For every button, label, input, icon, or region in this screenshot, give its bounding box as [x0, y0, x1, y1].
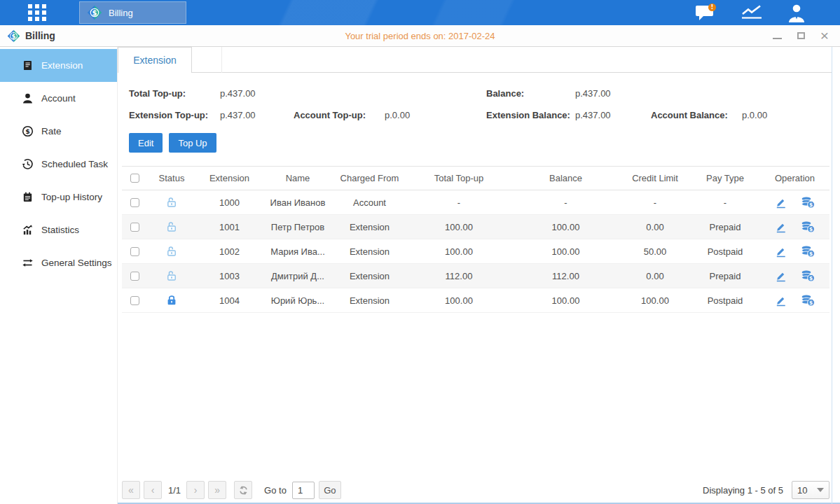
unlocked-icon [165, 196, 178, 209]
tab-label: Extension [133, 55, 176, 66]
cell-total-topup: 100.00 [406, 246, 511, 257]
top-up-button[interactable]: Top Up [169, 133, 216, 153]
cell-total-topup: - [406, 197, 511, 208]
total-topup-value: p.437.00 [220, 88, 294, 99]
cell-balance: - [511, 197, 620, 208]
trial-notice: Your trial period ends on: 2017-02-24 [0, 31, 840, 41]
system-topbar: Billing ! [0, 0, 840, 25]
sidebar-item-topup-history[interactable]: Top-up History [0, 181, 117, 214]
row-checkbox[interactable] [130, 198, 139, 207]
cell-pay-type: Prepaid [690, 222, 760, 232]
col-total-topup: Total Top-up [406, 173, 511, 183]
taskbar-app-label: Billing [109, 8, 133, 18]
sidebar-item-extension[interactable]: Extension [0, 49, 117, 82]
reports-chart-icon[interactable] [741, 4, 763, 22]
account-icon [22, 92, 34, 104]
prev-page-button[interactable]: ‹ [144, 481, 162, 499]
sidebar-item-label: Statistics [41, 225, 79, 235]
cell-charged-from: Extension [333, 295, 406, 306]
pagination-bar: « ‹ 1/1 › » Go to Go Di [122, 480, 829, 500]
extension-icon [22, 59, 34, 71]
sidebar-item-statistics[interactable]: Statistics [0, 214, 117, 246]
scheduled-task-icon [22, 158, 34, 170]
cell-name: Мария Ива... [263, 246, 333, 257]
topup-extension-button[interactable] [801, 294, 815, 307]
edit-extension-button[interactable] [775, 270, 787, 282]
sidebar-item-scheduled-task[interactable]: Scheduled Task [0, 148, 117, 181]
user-account-icon[interactable] [787, 4, 806, 22]
edit-extension-button[interactable] [775, 196, 787, 209]
col-operation: Operation [760, 173, 829, 183]
billing-diamond-icon [87, 5, 102, 20]
cell-name: Юрий Юрь... [263, 295, 333, 306]
sidebar-item-general-settings[interactable]: General Settings [0, 246, 117, 279]
topup-extension-button[interactable] [801, 245, 815, 258]
extensions-table: Status Extension Name Charged From Total… [122, 166, 829, 313]
extension-balance-value: p.437.00 [575, 110, 651, 120]
chevron-down-icon [817, 488, 824, 492]
cell-extension: 1001 [196, 222, 263, 232]
edit-extension-button[interactable] [775, 245, 787, 258]
close-icon[interactable]: × [819, 30, 830, 41]
select-all-checkbox[interactable] [130, 174, 139, 183]
sidebar-item-label: Rate [41, 126, 62, 136]
row-checkbox[interactable] [130, 272, 139, 281]
col-pay-type: Pay Type [690, 173, 760, 183]
next-page-button[interactable]: › [186, 481, 205, 499]
total-topup-label: Total Top-up: [129, 88, 220, 99]
last-page-button[interactable]: » [208, 481, 226, 499]
col-charged-from: Charged From [333, 173, 406, 183]
row-checkbox[interactable] [130, 223, 139, 232]
sidebar-item-rate[interactable]: $ Rate [0, 115, 117, 148]
page-size-select[interactable]: 10 [792, 481, 829, 499]
col-extension: Extension [196, 173, 263, 183]
statistics-icon [22, 224, 34, 236]
minimize-icon[interactable] [771, 30, 783, 41]
taskbar-billing-app[interactable]: Billing [79, 1, 186, 24]
extension-topup-value: p.437.00 [220, 110, 294, 120]
unlocked-icon [165, 245, 178, 258]
page-indicator: 1/1 [168, 485, 181, 496]
edit-extension-button[interactable] [775, 220, 787, 233]
page-size-value: 10 [797, 485, 807, 496]
edit-button[interactable]: Edit [129, 133, 163, 153]
unlocked-icon [165, 270, 178, 282]
account-balance-value: p.0.00 [742, 110, 829, 120]
sidebar-item-label: Extension [41, 60, 83, 71]
notification-badge: ! [711, 4, 714, 10]
cell-name: Иван Иванов [263, 197, 333, 208]
row-checkbox[interactable] [130, 296, 139, 305]
goto-page-input[interactable] [292, 482, 315, 499]
row-checkbox[interactable] [130, 247, 139, 256]
cell-name: Дмитрий Д... [263, 271, 333, 281]
first-page-button[interactable]: « [122, 481, 140, 499]
extension-balance-label: Extension Balance: [486, 110, 575, 120]
topup-history-icon [22, 191, 34, 203]
topup-extension-button[interactable] [801, 196, 815, 209]
window-titlebar: Your trial period ends on: 2017-02-24 Bi… [0, 25, 840, 47]
go-button[interactable]: Go [319, 481, 341, 499]
messages-icon[interactable]: ! [695, 4, 717, 22]
table-header-row: Status Extension Name Charged From Total… [122, 166, 829, 190]
unlocked-icon [165, 220, 178, 233]
tab-extension[interactable]: Extension [118, 47, 192, 73]
table-row: 1002 Мария Ива... Extension 100.00 100.0… [122, 239, 829, 264]
cell-total-topup: 100.00 [406, 295, 511, 306]
tab-strip-spacer [192, 47, 222, 73]
refresh-button[interactable] [234, 481, 252, 499]
sidebar-item-label: Top-up History [41, 192, 102, 202]
topup-extension-button[interactable] [801, 220, 815, 233]
cell-charged-from: Extension [333, 246, 406, 257]
account-topup-label: Account Top-up: [294, 110, 385, 120]
sidebar-item-account[interactable]: Account [0, 82, 117, 115]
cell-extension: 1000 [196, 197, 263, 208]
summary-panel: Total Top-up: p.437.00 Balance: p.437.00… [129, 83, 829, 126]
app-grid-icon[interactable] [23, 2, 51, 23]
cell-pay-type: Postpaid [690, 295, 760, 306]
maximize-icon[interactable] [795, 30, 806, 41]
topup-extension-button[interactable] [801, 270, 815, 282]
table-row: 1001 Петр Петров Extension 100.00 100.00… [122, 215, 829, 239]
edit-extension-button[interactable] [775, 294, 787, 307]
col-balance: Balance [511, 173, 620, 183]
cell-credit-limit: 100.00 [620, 295, 690, 306]
